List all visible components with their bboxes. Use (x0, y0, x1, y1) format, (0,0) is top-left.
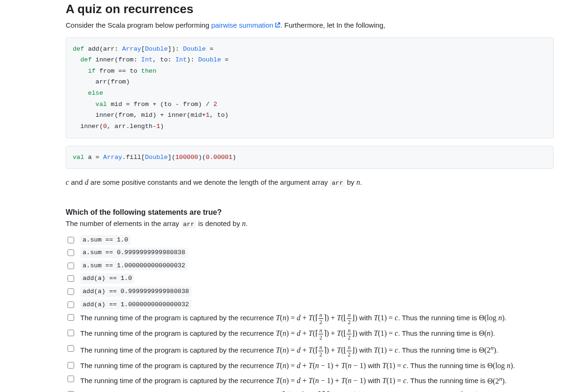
option-checkbox[interactable] (68, 376, 74, 382)
option-checkbox[interactable] (68, 275, 74, 282)
option-row: The running time of the program is captu… (66, 372, 554, 388)
option-code: add(a) == 1.0 (80, 273, 134, 284)
option-code: a.sum == 1.0000000000000032 (80, 261, 188, 271)
code-block-add: def add(arr: Array[Double]): Double = de… (66, 38, 554, 138)
option-row: a.sum == 1.0000000000000032 (66, 259, 554, 272)
option-row: The running time of the program is captu… (66, 326, 554, 342)
option-text: The running time of the program is captu… (80, 389, 481, 392)
question-subtext: The number of elements in the array arr … (66, 219, 554, 228)
option-row: The running time of the program is captu… (66, 359, 554, 372)
option-row: add(a) == 1.0000000000000032 (66, 298, 554, 311)
option-code: a.sum == 0.9999999999980838 (80, 248, 188, 258)
pairwise-summation-link[interactable]: pairwise summation (211, 21, 281, 29)
intro-text-prefix: Consider the Scala program below perform… (66, 21, 211, 29)
option-row: The running time of the program is captu… (66, 311, 554, 326)
option-checkbox[interactable] (68, 237, 74, 243)
option-row: The running time of the program is captu… (66, 342, 554, 359)
intro-paragraph: Consider the Scala program below perform… (66, 20, 554, 31)
option-checkbox[interactable] (68, 362, 74, 369)
option-checkbox[interactable] (68, 345, 74, 352)
option-checkbox[interactable] (68, 249, 74, 256)
page-title: A quiz on recurrences (66, 2, 554, 16)
code-block-val-a: val a = Array.fill[Double](100000)(0.000… (66, 146, 554, 169)
option-row: add(a) == 0.9999999999980838 (66, 285, 554, 298)
question-heading: Which of the following statements are tr… (66, 208, 554, 217)
option-text: The running time of the program is captu… (80, 360, 515, 371)
external-link-icon (274, 21, 281, 27)
option-row: a.sum == 0.9999999999980838 (66, 246, 554, 259)
option-row: add(a) == 1.0 (66, 272, 554, 285)
option-code: add(a) == 0.9999999999980838 (80, 286, 191, 297)
option-checkbox[interactable] (68, 263, 74, 269)
option-code: add(a) == 1.0000000000000032 (80, 300, 191, 310)
option-text: The running time of the program is captu… (80, 343, 498, 357)
option-text: The running time of the program is captu… (80, 328, 495, 340)
option-text: The running time of the program is captu… (80, 374, 507, 386)
option-code: a.sum == 1.0 (80, 235, 130, 245)
constants-note: c and d are some positive constants and … (66, 176, 554, 188)
options-list: a.sum == 1.0a.sum == 0.9999999999980838a… (66, 234, 554, 392)
option-row: The running time of the program is captu… (66, 388, 554, 392)
option-text: The running time of the program is captu… (80, 312, 507, 325)
option-checkbox[interactable] (68, 288, 74, 295)
option-checkbox[interactable] (68, 314, 74, 321)
option-checkbox[interactable] (68, 302, 74, 308)
intro-text-suffix: . Furthermore, let In the following, (281, 21, 385, 29)
option-row: a.sum == 1.0 (66, 234, 554, 247)
option-checkbox[interactable] (68, 330, 74, 336)
